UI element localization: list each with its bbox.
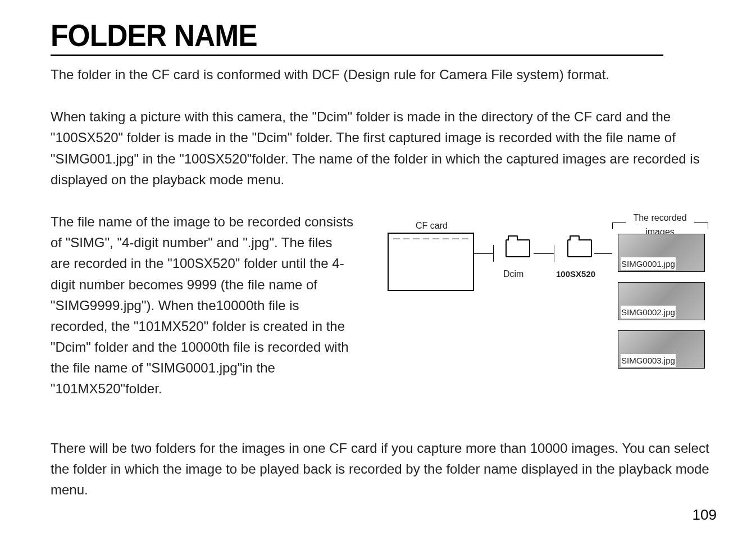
image-thumbnail: SIMG0003.jpg [618, 330, 705, 369]
sx-folder-label: 100SX520 [556, 267, 595, 280]
bracket-line [694, 222, 708, 223]
connector-line [473, 253, 493, 254]
paragraph-2: When taking a picture with this camera, … [51, 106, 717, 190]
thumbnail-filename: SIMG0003.jpg [621, 354, 676, 367]
folder-structure-diagram: CF card Dcim 100SX520 The recorded image… [371, 211, 717, 391]
image-thumbnail: SIMG0002.jpg [618, 282, 705, 320]
bracket-line [612, 222, 613, 229]
cf-card-icon [388, 233, 474, 291]
cf-card-label: CF card [416, 219, 448, 233]
body-text: The folder in the CF card is conformed w… [51, 64, 717, 500]
paragraph-3: The file name of the image to be recorde… [51, 211, 354, 399]
page-number: 109 [693, 506, 717, 524]
thumbnail-filename: SIMG0001.jpg [621, 257, 676, 270]
paragraph-4: There will be two folders for the images… [51, 438, 717, 501]
connector-line [554, 245, 554, 262]
image-thumbnail: SIMG0001.jpg [618, 234, 705, 272]
bracket-line [708, 222, 708, 229]
connector-line [534, 253, 554, 254]
document-page: FOLDER NAME The folder in the CF card is… [0, 0, 756, 536]
folder-icon [505, 239, 530, 257]
connector-line [594, 253, 612, 254]
page-title: FOLDER NAME [51, 17, 663, 56]
dcim-folder-label: Dcim [503, 267, 523, 281]
thumbnail-filename: SIMG0002.jpg [621, 306, 676, 319]
folder-icon [567, 239, 592, 257]
paragraph-1: The folder in the CF card is conformed w… [51, 64, 717, 85]
connector-line [493, 245, 494, 262]
